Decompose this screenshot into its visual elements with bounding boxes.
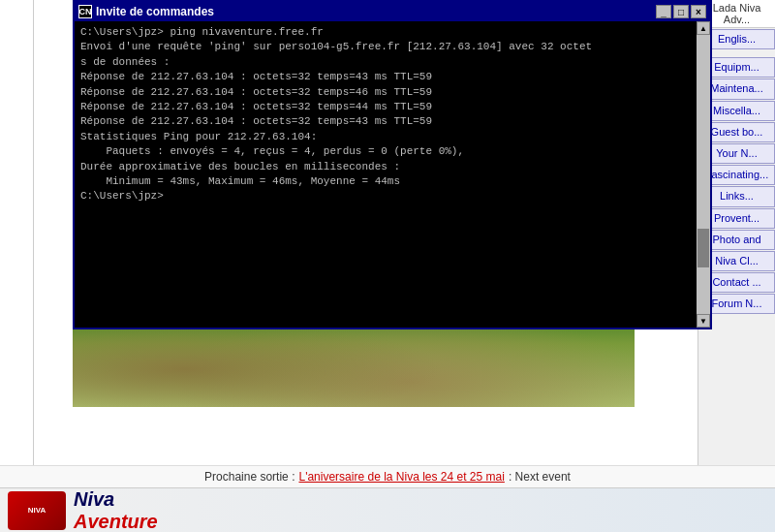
footer-static-text: Prochaine sortie : bbox=[204, 470, 294, 484]
cmd-window: CN Invite de commandes _ □ × C:\Users\jp… bbox=[73, 0, 712, 329]
cmd-line: Réponse de 212.27.63.104 : octets=32 tem… bbox=[80, 100, 691, 114]
cmd-titlebar-buttons: _ □ × bbox=[656, 5, 706, 18]
banner-logo: NIVA bbox=[8, 491, 66, 530]
bottom-banner: NIVA Niva Aventure bbox=[0, 487, 775, 532]
cmd-line: Durée approximative des boucles en milli… bbox=[80, 160, 691, 174]
left-sidebar bbox=[0, 0, 34, 465]
banner-text: Niva bbox=[74, 488, 158, 511]
cmd-body: C:\Users\jpz> ping nivaventure.free.frEn… bbox=[75, 21, 697, 328]
cmd-titlebar: CN Invite de commandes _ □ × bbox=[75, 2, 710, 21]
banner-text2: Aventure bbox=[74, 511, 158, 532]
cmd-line: Réponse de 212.27.63.104 : octets=32 tem… bbox=[80, 114, 691, 129]
cmd-line: C:\Users\jpz> ping nivaventure.free.fr bbox=[80, 25, 691, 40]
scroll-up-button[interactable]: ▲ bbox=[697, 21, 710, 35]
cmd-scrollbar[interactable]: ▲ ▼ bbox=[697, 21, 710, 328]
footer-next-event: : Next event bbox=[509, 470, 571, 484]
cmd-line: Minimum = 43ms, Maximum = 46ms, Moyenne … bbox=[80, 174, 691, 189]
footer-bar: Prochaine sortie : L'aniversaire de la N… bbox=[0, 465, 775, 487]
maximize-button[interactable]: □ bbox=[673, 5, 689, 18]
cmd-line: Réponse de 212.27.63.104 : octets=32 tem… bbox=[80, 70, 691, 84]
cmd-line: Paquets : envoyés = 4, reçus = 4, perdus… bbox=[80, 144, 691, 159]
minimize-button[interactable]: _ bbox=[656, 5, 671, 18]
cmd-content: C:\Users\jpz> ping nivaventure.free.frEn… bbox=[80, 25, 691, 204]
cmd-line: s de données : bbox=[80, 55, 691, 70]
scroll-thumb[interactable] bbox=[698, 229, 709, 267]
main-content: CN Invite de commandes _ □ × C:\Users\jp… bbox=[34, 0, 698, 465]
cmd-icon: CN bbox=[78, 5, 92, 18]
page-wrapper: CN Invite de commandes _ □ × C:\Users\jp… bbox=[0, 0, 775, 532]
close-button[interactable]: × bbox=[691, 5, 706, 18]
cmd-line: Réponse de 212.27.63.104 : octets=32 tem… bbox=[80, 85, 691, 100]
cmd-line: C:\Users\jpz> bbox=[80, 189, 691, 203]
cmd-line: Statistiques Ping pour 212.27.63.104: bbox=[80, 130, 691, 144]
cmd-title: Invite de commandes bbox=[96, 5, 214, 18]
cmd-titlebar-left: CN Invite de commandes bbox=[78, 5, 214, 18]
scroll-track bbox=[697, 35, 710, 314]
footer-link[interactable]: L'aniversaire de la Niva les 24 et 25 ma… bbox=[298, 470, 504, 484]
banner-logo-area: NIVA Niva Aventure bbox=[8, 488, 158, 532]
cmd-line: Envoi d'une requête 'ping' sur perso104-… bbox=[80, 40, 691, 54]
scroll-down-button[interactable]: ▼ bbox=[697, 314, 710, 328]
